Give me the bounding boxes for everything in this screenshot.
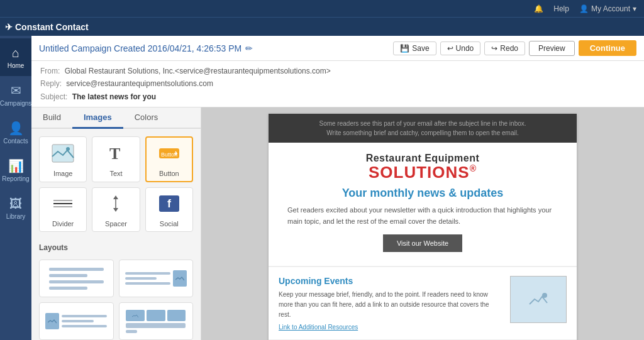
undo-button[interactable]: ↩ Undo: [440, 41, 481, 55]
meta-subject: Subject: The latest news for you: [40, 90, 635, 103]
library-icon: 🖼: [9, 197, 22, 211]
svg-point-1: [66, 147, 70, 151]
email-section-events: Upcoming Events Keep your message brief,…: [269, 266, 577, 339]
campaign-title: Untitled Campaign Created 2016/04/21, 4:…: [39, 43, 388, 53]
text-block-icon: T: [104, 144, 127, 167]
preview-button[interactable]: Preview: [529, 41, 575, 56]
svg-text:Button: Button: [161, 151, 177, 158]
image-block-label: Image: [53, 170, 73, 177]
svg-marker-9: [113, 195, 118, 199]
spacer-block-label: Spacer: [105, 220, 127, 228]
layouts-section: Layouts: [31, 239, 201, 340]
divider-block-label: Divider: [52, 220, 74, 228]
campaigns-icon: ✉: [11, 83, 21, 98]
tab-images[interactable]: Images: [72, 107, 123, 129]
events-title: Upcoming Events: [279, 276, 502, 286]
sidebar-item-campaigns[interactable]: ✉ Campaigns: [0, 76, 31, 114]
meta-from: From: Global Restaurant Solutions, Inc.<…: [40, 65, 635, 77]
layout-line: [49, 268, 104, 271]
svg-point-17: [542, 293, 547, 298]
layout-item-3[interactable]: [39, 302, 114, 340]
logo-bar: ✈ Constant Contact: [0, 17, 644, 36]
events-body: Keep your message brief, friendly, and t…: [279, 290, 502, 320]
svg-text:T: T: [109, 145, 120, 163]
layout-item-2[interactable]: [119, 260, 194, 297]
email-container: Some readers see this part of your email…: [269, 114, 577, 340]
edit-icon[interactable]: ✏: [245, 43, 253, 53]
help-link[interactable]: Help: [553, 4, 569, 13]
email-tagline: Your monthly news & updates: [281, 187, 564, 200]
preheader-line2: Write something brief and catchy, compel…: [281, 128, 564, 138]
left-panel: Build Images Colors: [31, 107, 201, 340]
spacer-block-icon: [104, 194, 127, 217]
block-button[interactable]: Button Button: [145, 136, 193, 182]
account-chevron-icon: ▾: [633, 4, 636, 13]
campaign-title-text: Untitled Campaign Created 2016/04/21, 4:…: [39, 43, 242, 53]
undo-icon: ↩: [447, 44, 453, 53]
visit-website-button[interactable]: Visit our Website: [383, 234, 462, 252]
events-text: Upcoming Events Keep your message brief,…: [279, 276, 502, 331]
block-text[interactable]: T Text: [92, 136, 140, 182]
meta-bar: From: Global Restaurant Solutions, Inc.<…: [31, 61, 644, 107]
svg-text:f: f: [167, 197, 172, 210]
redo-button[interactable]: ↪ Redo: [484, 41, 525, 55]
social-block-icon: f: [158, 194, 180, 217]
block-grid: Image T Text: [31, 129, 201, 239]
layout-line: [49, 287, 87, 290]
title-bar: Untitled Campaign Created 2016/04/21, 4:…: [31, 36, 644, 61]
tab-colors[interactable]: Colors: [123, 107, 170, 129]
save-button[interactable]: 💾 Save: [393, 41, 436, 55]
account-link[interactable]: 👤 My Account ▾: [579, 4, 636, 13]
bell-icon[interactable]: 🔔: [534, 4, 543, 13]
logo-text: Constant Contact: [15, 22, 89, 32]
block-social[interactable]: f Social: [145, 187, 193, 232]
save-icon: 💾: [400, 44, 409, 53]
sidebar-label-home: Home: [8, 62, 25, 69]
panel-tabs: Build Images Colors: [31, 107, 201, 129]
meta-reply: Reply: service@restaurantequipmentsoluti…: [40, 77, 635, 90]
account-label: My Account: [591, 4, 630, 13]
help-label: Help: [553, 4, 569, 13]
home-icon: ⌂: [12, 46, 19, 60]
layout-grid: T: [39, 260, 193, 340]
divider-block-icon: [52, 194, 74, 217]
sidebar-label-reporting: Reporting: [2, 175, 29, 182]
block-image[interactable]: Image: [39, 136, 87, 182]
sidebar-item-reporting[interactable]: 📊 Reporting: [0, 151, 31, 189]
layout-item-1[interactable]: [39, 260, 114, 297]
layout-line: [49, 274, 87, 277]
text-block-label: Text: [109, 170, 122, 177]
block-spacer[interactable]: Spacer: [92, 187, 140, 232]
events-link[interactable]: Link to Additional Resources: [279, 324, 502, 331]
account-icon: 👤: [579, 4, 589, 13]
sidebar-label-library: Library: [6, 213, 26, 220]
logo: ✈ Constant Contact: [5, 22, 89, 32]
sidebar-label-contacts: Contacts: [3, 138, 28, 145]
sidebar-item-library[interactable]: 🖼 Library: [0, 189, 31, 227]
brand-solutions: SOLUTIONS®: [281, 164, 564, 180]
social-block-label: Social: [160, 220, 179, 228]
sidebar-item-home[interactable]: ⌂ Home: [0, 38, 31, 76]
button-block-label: Button: [159, 170, 179, 177]
button-block-icon: Button: [158, 144, 180, 167]
title-actions: 💾 Save ↩ Undo ↪ Redo Preview Continue: [393, 40, 636, 56]
svg-rect-15: [132, 313, 138, 318]
sidebar-label-campaigns: Campaigns: [0, 100, 31, 107]
editor-body: Build Images Colors: [31, 107, 644, 340]
email-header: Restaurant Equipment SOLUTIONS® Your mon…: [269, 143, 577, 266]
continue-button[interactable]: Continue: [579, 40, 636, 56]
main-wrapper: ⌂ Home ✉ Campaigns 👤 Contacts 📊 Reportin…: [0, 36, 644, 340]
layout-item-4[interactable]: [119, 302, 194, 340]
preview-panel[interactable]: Some readers see this part of your email…: [201, 107, 644, 340]
tab-build[interactable]: Build: [31, 107, 72, 129]
block-divider[interactable]: Divider: [39, 187, 87, 232]
layouts-title: Layouts: [39, 243, 193, 255]
email-preheader: Some readers see this part of your email…: [269, 114, 577, 143]
contacts-icon: 👤: [8, 121, 24, 136]
preheader-line1: Some readers see this part of your email…: [281, 119, 564, 128]
sidebar: ⌂ Home ✉ Campaigns 👤 Contacts 📊 Reportin…: [0, 36, 31, 340]
sidebar-item-contacts[interactable]: 👤 Contacts: [0, 114, 31, 151]
layout-line: [49, 280, 104, 283]
logo-icon: ✈: [5, 22, 13, 32]
email-intro: Get readers excited about your newslette…: [281, 205, 564, 227]
